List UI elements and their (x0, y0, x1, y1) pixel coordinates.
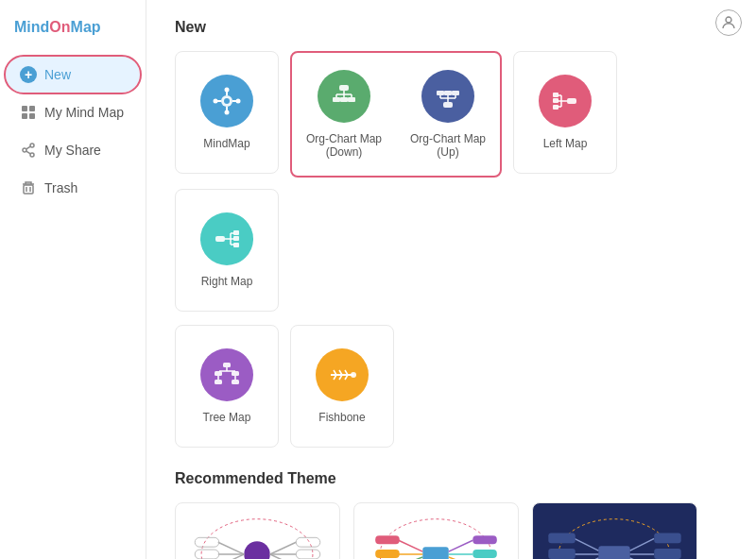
svg-line-115 (630, 538, 655, 551)
map-type-grid-2: Tree Map Fishbone (175, 325, 728, 448)
svg-rect-118 (654, 549, 680, 559)
svg-rect-95 (375, 535, 400, 544)
svg-line-100 (449, 540, 473, 551)
svg-rect-67 (232, 380, 239, 384)
theme-card-2[interactable] (353, 502, 519, 559)
map-type-grid: MindMap (175, 51, 728, 312)
svg-point-4 (30, 144, 34, 147)
svg-point-20 (225, 110, 230, 115)
svg-rect-1 (29, 106, 35, 111)
svg-rect-23 (339, 85, 349, 91)
main-content: New (146, 0, 756, 559)
map-card-org-up[interactable]: Org-Chart Map (Up) (396, 53, 500, 176)
new-section-title: New (175, 19, 728, 36)
mindmap-label: MindMap (203, 137, 249, 150)
svg-rect-110 (548, 533, 575, 543)
svg-line-7 (26, 146, 30, 149)
tree-map-label: Tree Map (203, 411, 251, 424)
left-map-label: Left Map (543, 137, 588, 150)
svg-point-21 (214, 99, 218, 104)
svg-rect-48 (553, 98, 558, 103)
svg-rect-38 (437, 91, 444, 95)
sidebar-item-my-mind-map[interactable]: My Mind Map (6, 94, 140, 130)
svg-rect-59 (223, 363, 231, 367)
logo-text: MindOnMap (14, 19, 101, 36)
svg-rect-66 (215, 380, 222, 384)
svg-rect-31 (348, 97, 355, 102)
left-map-icon-circle (539, 75, 592, 127)
sidebar-label-my-mind-map: My Mind Map (44, 105, 124, 120)
svg-point-77 (244, 541, 269, 559)
svg-line-78 (218, 542, 244, 554)
svg-rect-87 (296, 550, 320, 559)
header (715, 9, 742, 36)
sidebar: MindOnMap + New My Mind Map (0, 0, 146, 559)
user-icon[interactable] (715, 9, 742, 36)
map-card-tree-map[interactable]: Tree Map (175, 325, 279, 448)
right-map-icon-circle (200, 212, 253, 265)
svg-rect-9 (24, 185, 33, 194)
theme-section-title: Recommended Theme (175, 470, 728, 487)
fishbone-label: Fishbone (318, 411, 365, 424)
map-card-org-down[interactable]: Org-Chart Map (Down) (292, 53, 396, 176)
org-up-label: Org-Chart Map (Up) (405, 132, 490, 159)
sidebar-label-new: New (44, 67, 71, 82)
org-down-label: Org-Chart Map (Down) (301, 132, 387, 159)
svg-point-5 (23, 148, 26, 152)
svg-line-109 (575, 538, 599, 551)
svg-rect-30 (340, 97, 348, 102)
fishbone-icon-circle (316, 348, 369, 401)
map-card-fishbone[interactable]: Fishbone (290, 325, 394, 448)
svg-rect-2 (22, 113, 27, 119)
svg-rect-79 (195, 537, 219, 547)
svg-rect-41 (567, 98, 576, 104)
mindmap-icon-circle (200, 75, 253, 127)
plus-icon: + (20, 66, 37, 83)
svg-rect-39 (444, 91, 452, 95)
svg-rect-93 (422, 547, 448, 559)
org-up-icon-circle (421, 70, 474, 123)
svg-rect-58 (233, 243, 239, 247)
svg-point-14 (224, 98, 230, 104)
logo: MindOnMap (0, 9, 146, 55)
svg-point-19 (225, 88, 230, 93)
map-card-left-map[interactable]: Left Map (513, 51, 617, 174)
tree-map-icon-circle (200, 348, 253, 401)
svg-point-12 (726, 17, 731, 23)
svg-rect-85 (296, 537, 320, 547)
share-icon (20, 142, 37, 159)
grid-icon (20, 104, 37, 121)
theme-card-1[interactable] (175, 502, 340, 559)
theme-card-3[interactable] (532, 502, 697, 559)
svg-rect-32 (443, 102, 453, 108)
svg-rect-103 (472, 550, 497, 558)
svg-line-8 (26, 151, 30, 154)
svg-line-88 (270, 554, 296, 559)
svg-line-84 (270, 542, 296, 554)
map-card-right-map[interactable]: Right Map (175, 189, 279, 312)
svg-rect-101 (472, 535, 497, 544)
theme-grid (175, 502, 728, 559)
svg-line-82 (218, 554, 244, 559)
svg-point-22 (236, 99, 241, 104)
map-card-mindmap[interactable]: MindMap (175, 51, 279, 174)
selected-map-group: Org-Chart Map (Down) (290, 51, 502, 178)
sidebar-item-new[interactable]: + New (6, 57, 140, 93)
svg-rect-3 (29, 113, 35, 119)
svg-rect-57 (233, 236, 239, 241)
svg-rect-0 (22, 106, 27, 111)
svg-rect-108 (598, 546, 629, 559)
sidebar-item-my-share[interactable]: My Share (6, 132, 140, 168)
sidebar-item-trash[interactable]: Trash (6, 170, 140, 206)
svg-point-6 (30, 153, 34, 157)
svg-rect-40 (452, 91, 459, 95)
svg-rect-97 (375, 550, 400, 558)
svg-line-94 (399, 540, 423, 551)
svg-rect-56 (233, 230, 239, 235)
sidebar-label-my-share: My Share (44, 143, 101, 158)
svg-rect-112 (548, 549, 575, 559)
sidebar-label-trash: Trash (44, 180, 77, 195)
svg-rect-29 (333, 97, 340, 102)
right-map-label: Right Map (201, 275, 253, 288)
svg-point-75 (351, 372, 356, 378)
